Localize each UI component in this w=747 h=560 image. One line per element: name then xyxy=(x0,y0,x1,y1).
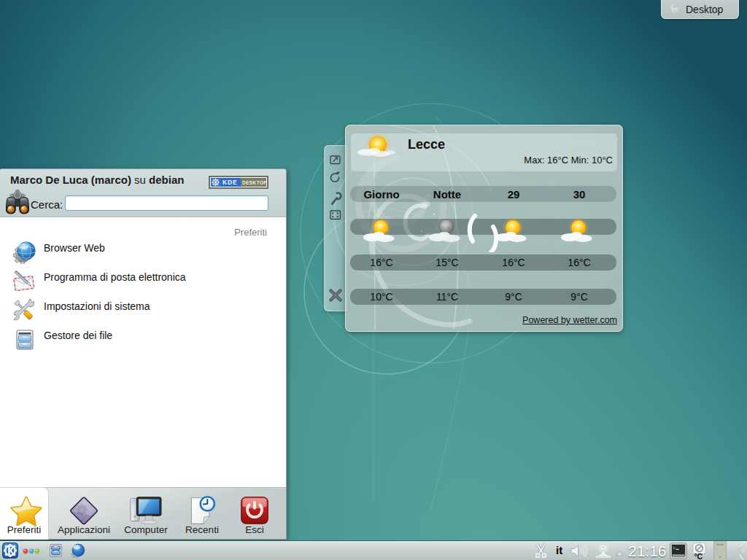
svg-text:DESKTOP: DESKTOP xyxy=(242,180,267,185)
svg-text:>: > xyxy=(673,546,676,551)
svg-text:KDE: KDE xyxy=(222,179,238,186)
svg-text:°C: °C xyxy=(694,552,703,560)
